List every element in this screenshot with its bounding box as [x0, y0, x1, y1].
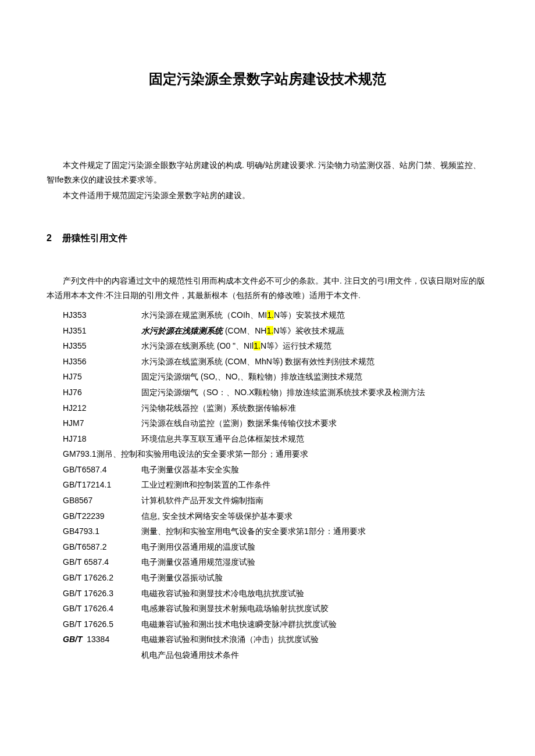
ref-code: HJ76 [47, 385, 141, 400]
ref-row: HJ76 固定污染源烟气（SO：、NO.X颗粒物）排放连续监測系统技术要求及检測… [47, 385, 488, 400]
reference-list-top: HJ353 水污染源在规监测系统（COIh、MI1.N等）安装技术规范 HJ35… [47, 307, 488, 663]
ref-desc: 电子测用仪器通用规的温度试脸 [141, 539, 488, 555]
ref-code: GB/T 13384 [47, 632, 141, 647]
ref-code: GB8567 [47, 493, 141, 508]
ref-row: HJ718 环境信息共享互联互通平台总体框架技术规范 [47, 431, 488, 447]
ref-code: HJ355 [47, 338, 141, 354]
ref-row-inline: GM793.1測吊、控制和实验用电设法的安全要求第一部分；通用要求 [47, 446, 488, 462]
ref-desc: 水污染源在规监测系统（COIh、MI1.N等）安装技术规范 [141, 307, 488, 323]
ref-desc: 测量、控制和实验室用电气设备的安全要求第1部分：通用要求 [141, 524, 488, 539]
ref-row: GB/T6587.2 电子测用仪器通用规的温度试脸 [47, 539, 488, 555]
ref-desc: 电磁孜容试验和测显技术冷电放电抗扰度试验 [141, 586, 488, 601]
ref-desc: 固定污染源烟气（SO：、NO.X颗粒物）排放连续监測系统技术要求及检測方法 [141, 385, 488, 400]
ref-desc: 计算机软件产品开发文件煽制指南 [141, 493, 488, 508]
section-2-header: 2 册猿性引用文件 [47, 232, 488, 245]
ref-desc: 电子测量仪器振动试脸 [141, 570, 488, 586]
ref-code [47, 647, 141, 663]
ref-row: GB/T22239 信息, 安全技术网络安全等级保护基本要求 [47, 508, 488, 524]
ref-row: HJM7 污染源在线自动监控（监测）数据釆集传输仪技术要求 [47, 415, 488, 431]
ref-row: HJ212 污染物花线器控（监测）系统数据传输标准 [47, 400, 488, 416]
ref-code: GB/T 17626.2 [47, 570, 141, 586]
ref-row: GB/T 17626.3 电磁孜容试验和测显技术冷电放电抗扰度试验 [47, 586, 488, 601]
ref-row: GB/T17214.1 工业过程测Ift和控制装置的工作条件 [47, 477, 488, 493]
ref-row: GB4793.1 测量、控制和实验室用电气设备的安全要求第1部分：通用要求 [47, 524, 488, 539]
ref-code: HJ351 [47, 323, 141, 339]
ref-code: HJ718 [47, 431, 141, 447]
ref-code: GB/T 17626.4 [47, 601, 141, 617]
ref-code: HJ353 [47, 307, 141, 323]
ref-row: GB/T6587.4 电子测量仪器基本安全实脸 [47, 462, 488, 478]
ref-desc: 机电产品包袋通用技术条件 [141, 647, 488, 663]
ref-row: HJ75 固定污染源烟气 (SO,、NO,、颗粒物）排放连线监测技术规范 [47, 369, 488, 385]
ref-desc: 水污於源在浅猿测系统 (COM、NH1.N等》裟收技术规蔬 [141, 323, 488, 339]
ref-code: GB/T6587.2 [47, 539, 141, 555]
ref-desc: 电磁兼容试验和测fit技术浪涌（冲击）抗扰度试验 [141, 632, 488, 647]
ref-desc: 电子測量仪器通用规范湿度试验 [141, 554, 488, 570]
ref-row: GB/T 13384 电磁兼容试验和测fit技术浪涌（冲击）抗扰度试验 [47, 632, 488, 647]
ref-row: GB8567 计算机软件产品开发文件煽制指南 [47, 493, 488, 508]
document-page: 固定污染源全景数字站房建设技术规范 本文件规定了固定污染源全眼数字站房建设的构成… [0, 0, 535, 698]
ref-desc: 信息, 安全技术网络安全等级保护基本要求 [141, 508, 488, 524]
ref-row: GB/T 17626.4 电感兼容试脸和测显技术射频电疏场输射抗扰度试胶 [47, 601, 488, 617]
ref-code: HJ356 [47, 354, 141, 370]
ref-desc: 电磁兼容试验和溯出技术电快速瞬变脉冲群抗扰度试验 [141, 617, 488, 632]
ref-row: HJ356 水污染源在线监测系统 (COM、MhN等) 数据有效性判别技术规范 [47, 354, 488, 370]
ref-desc: 环境信息共享互联互通平台总体框架技术规范 [141, 431, 488, 447]
ref-desc: 工业过程测Ift和控制装置的工作条件 [141, 477, 488, 493]
ref-code: HJ75 [47, 369, 141, 385]
section-heading: 册猿性引用文件 [62, 233, 127, 243]
ref-desc: 污染源在线自动监控（监测）数据釆集传输仪技术要求 [141, 415, 488, 431]
ref-code: HJM7 [47, 415, 141, 431]
ref-desc: 电感兼容试脸和测显技术射频电疏场输射抗扰度试胶 [141, 601, 488, 617]
ref-code: GB/T17214.1 [47, 477, 141, 493]
page-title: 固定污染源全景数字站房建设技术规范 [47, 70, 488, 88]
ref-desc: 水污染源在线监测系统 (COM、MhN等) 数据有效性判别技术规范 [141, 354, 488, 370]
ref-code: GB/T 17626.5 [47, 617, 141, 632]
ref-row: GB/T 6587.4 电子測量仪器通用规范湿度试验 [47, 554, 488, 570]
highlight-text: 1. [254, 341, 261, 350]
ref-row: GB/T 17626.2 电子测量仪器振动试脸 [47, 570, 488, 586]
ref-row: GB/T 17626.5 电磁兼容试验和溯出技术电快速瞬变脉冲群抗扰度试验 [47, 617, 488, 632]
ref-row: HJ353 水污染源在规监测系统（COIh、MI1.N等）安装技术规范 [47, 307, 488, 323]
ref-code: HJ212 [47, 400, 141, 416]
section-2-lead: 产列文件中的内容通过文中的规范性引用而构成本文件必不可少的条款。其中. 注日文的… [47, 274, 488, 303]
ref-row: HJ355 水污染源在线测系统 (O0 "、NIl1.N等》运行技术规范 [47, 338, 488, 354]
ref-row: 机电产品包袋通用技术条件 [47, 647, 488, 663]
intro-paragraph-1: 本文件规定了固定污染源全眼数字站房建设的构成. 明确/站房建设要求. 污染物力动… [47, 158, 488, 187]
ref-desc: 水污染源在线测系统 (O0 "、NIl1.N等》运行技术规范 [141, 338, 488, 354]
highlight-text: 1. [266, 326, 273, 335]
ref-code: GB/T 6587.4 [47, 554, 141, 570]
ref-code: GB4793.1 [47, 524, 141, 539]
section-number: 2 [47, 233, 52, 243]
ref-row: HJ351 水污於源在浅猿测系统 (COM、NH1.N等》裟收技术规蔬 [47, 323, 488, 339]
intro-paragraph-2: 本文件适用于规范固定污染源全景数字站房的建设。 [47, 188, 488, 203]
ref-desc: 污染物花线器控（监测）系统数据传输标准 [141, 400, 488, 416]
highlight-text: 1. [267, 310, 274, 320]
ref-code: GB/T22239 [47, 508, 141, 524]
ref-desc: 电子测量仪器基本安全实脸 [141, 462, 488, 478]
ref-desc: 固定污染源烟气 (SO,、NO,、颗粒物）排放连线监测技术规范 [141, 369, 488, 385]
ref-code: GB/T 17626.3 [47, 586, 141, 601]
ref-code: GB/T6587.4 [47, 462, 141, 478]
